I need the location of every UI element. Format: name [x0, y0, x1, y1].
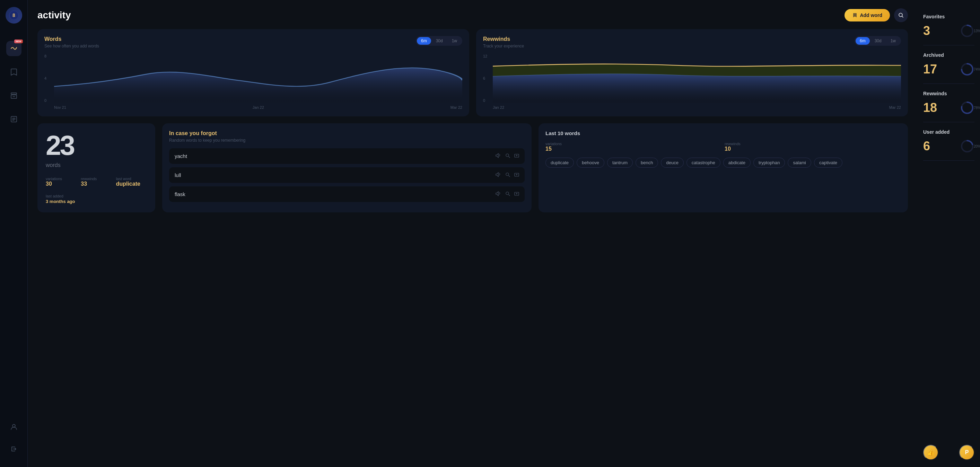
word-tag[interactable]: deuce	[661, 157, 683, 168]
user-added-donut-svg	[960, 139, 974, 154]
user-added-percent: 20%	[974, 145, 980, 148]
search-icon-flask[interactable]	[505, 191, 510, 197]
words-chart-subtitle: See how often you add words	[45, 44, 99, 49]
search-icon-lull[interactable]	[505, 172, 510, 178]
word-tag[interactable]: catastrophe	[686, 157, 721, 168]
svg-point-11	[506, 192, 509, 195]
sidebar-item-archive[interactable]	[6, 88, 21, 103]
words-filter-6m[interactable]: 6m	[417, 37, 431, 45]
add-icon-yacht[interactable]	[514, 153, 519, 159]
word-tag[interactable]: behoove	[577, 157, 605, 168]
forgot-title: In case you forgot	[169, 130, 525, 137]
word-tag[interactable]: salami	[788, 157, 811, 168]
last-added: last added 3 months ago	[46, 193, 147, 204]
rewwinds-row: 18 78%	[923, 100, 974, 115]
bookmark-icon	[852, 13, 857, 17]
word-actions-lull	[496, 172, 519, 178]
lw-stat-rewwinds: rewwinds 10	[725, 142, 901, 152]
app-logo[interactable]: 8	[6, 7, 22, 24]
rewwinds-x-labels: Jan 22 Mar 22	[493, 105, 901, 110]
sidebar-item-profile[interactable]	[6, 419, 21, 434]
rewwinds-time-filters: 6m 30d 1w	[854, 36, 901, 46]
sound-icon-yacht[interactable]	[496, 153, 501, 159]
favorites-donut-svg	[960, 24, 974, 38]
last-words-title: Last 10 words	[546, 130, 901, 136]
word-item-lull: lull	[169, 167, 525, 183]
sidebar-bottom	[6, 419, 21, 457]
archived-section: Archived 17 74%	[923, 45, 974, 84]
word-tag[interactable]: tantrum	[607, 157, 633, 168]
favorites-section: Favorites 3 13%	[923, 7, 974, 45]
page-header: activity Add word	[37, 8, 908, 22]
lw-variations-label: variations	[546, 142, 722, 146]
rewwinds-filter-6m[interactable]: 6m	[856, 37, 870, 45]
variations-value: 30	[46, 181, 52, 187]
word-tag[interactable]: abdicate	[723, 157, 751, 168]
words-x-labels: Nov 21 Jan 22 Mar 22	[54, 105, 462, 110]
lw-rewwinds-value: 10	[725, 146, 901, 152]
rewwinds-chart-title: Rewwinds	[483, 36, 524, 42]
word-text-flask: flask	[175, 191, 185, 197]
last-added-label: last added	[46, 194, 64, 198]
word-item-yacht: yacht	[169, 148, 525, 164]
rewwinds-chart-svg	[493, 54, 901, 103]
words-chart-card: Words See how often you add words 6m 30d…	[37, 29, 469, 116]
rewwinds-section: Rewwinds 18 78%	[923, 84, 974, 122]
words-filter-30d[interactable]: 30d	[432, 37, 447, 45]
lw-rewwinds-label: rewwinds	[725, 142, 901, 146]
word-tag[interactable]: duplicate	[546, 157, 574, 168]
add-icon-lull[interactable]	[514, 172, 519, 178]
word-tag[interactable]: bench	[636, 157, 658, 168]
last-added-value: 3 months ago	[46, 199, 147, 204]
word-actions-flask	[496, 191, 519, 197]
search-button[interactable]	[894, 8, 908, 22]
last-word-value: duplicate	[116, 181, 140, 187]
last-words-stats: variations 15 rewwinds 10	[546, 142, 901, 152]
svg-text:8: 8	[13, 13, 15, 18]
last-words-card: Last 10 words variations 15 rewwinds 10 …	[539, 123, 908, 212]
rewwinds-chart-header: Rewwinds Track your experience 6m 30d 1w	[483, 36, 901, 49]
charts-row: Words See how often you add words 6m 30d…	[37, 29, 908, 116]
favorites-row: 3 13%	[923, 24, 974, 38]
sidebar-nav: new	[6, 41, 21, 409]
add-word-button[interactable]: Add word	[845, 9, 890, 21]
word-tag[interactable]: captivate	[814, 157, 842, 168]
user-added-value: 6	[923, 139, 930, 154]
sound-icon-flask[interactable]	[496, 191, 501, 197]
add-icon-flask[interactable]	[514, 191, 519, 197]
rewwinds-section-label: Rewwinds	[923, 91, 974, 96]
svg-point-13	[962, 25, 973, 37]
stat-rewwinds: rewwinds 33	[81, 177, 111, 187]
user-added-section: User added 6 20%	[923, 122, 974, 161]
word-item-flask: flask	[169, 186, 525, 202]
rewwinds-chart-card: Rewwinds Track your experience 6m 30d 1w…	[476, 29, 908, 116]
rewwinds-filter-1w[interactable]: 1w	[886, 37, 900, 45]
words-y-labels: 8 4 0	[45, 54, 52, 103]
new-badge: new	[14, 40, 22, 43]
words-filter-1w[interactable]: 1w	[448, 37, 461, 45]
last-word-label: last word	[116, 177, 147, 181]
sidebar-item-activity[interactable]: new	[6, 41, 21, 56]
rewwinds-filter-30d[interactable]: 30d	[870, 37, 886, 45]
words-chart-area: 8 4 0 Nov 21 Jan 22	[45, 54, 462, 110]
svg-point-5	[13, 424, 15, 427]
search-icon-yacht[interactable]	[505, 153, 510, 159]
words-label: words	[46, 162, 147, 168]
favorites-donut: 13%	[960, 24, 974, 38]
lw-stat-variations: variations 15	[546, 142, 722, 152]
word-tags: duplicatebehoovetantrumbenchdeucecatastr…	[546, 157, 901, 168]
thumbs-up-button[interactable]: 👍	[923, 445, 939, 460]
archived-donut: 74%	[960, 62, 974, 76]
sidebar-item-bookmarks[interactable]	[6, 64, 21, 80]
rewwinds-donut-svg	[960, 100, 974, 115]
word-text-lull: lull	[175, 172, 181, 178]
bottom-icons: 👍 P	[923, 438, 974, 460]
word-tag[interactable]: tryptophan	[753, 157, 785, 168]
sidebar-item-list[interactable]	[6, 111, 21, 127]
p-button[interactable]: P	[959, 445, 974, 460]
sidebar-item-logout[interactable]	[6, 442, 21, 457]
favorites-value: 3	[923, 24, 930, 38]
sidebar: 8 new	[0, 0, 28, 467]
sound-icon-lull[interactable]	[496, 172, 501, 178]
stats-grid: variations 30 rewwinds 33 last word dupl…	[46, 177, 147, 187]
